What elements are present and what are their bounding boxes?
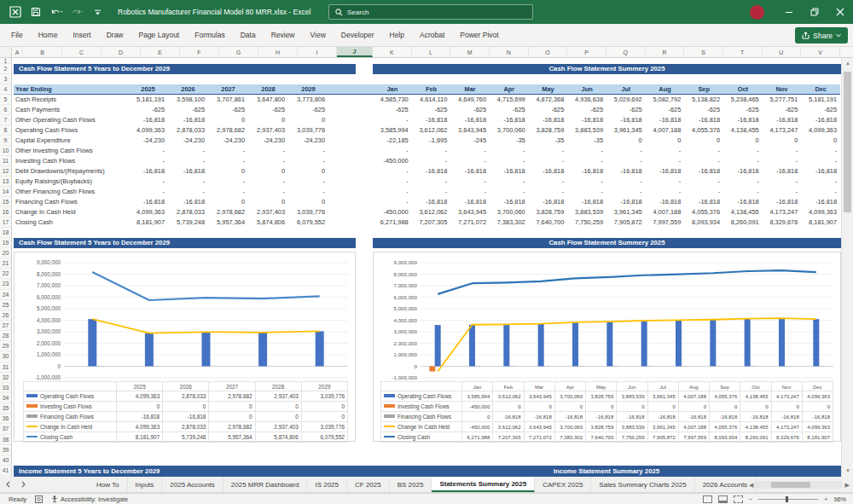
month-column-header[interactable]: Jan xyxy=(373,84,412,94)
ribbon-tab-acrobat[interactable]: Acrobat xyxy=(412,24,452,46)
row-header-35[interactable]: 35 xyxy=(0,403,11,414)
month-column-header[interactable]: Oct xyxy=(723,84,763,94)
month-cell[interactable]: 4,138,455 xyxy=(723,125,763,136)
ribbon-tab-data[interactable]: Data xyxy=(233,24,264,46)
month-cell[interactable]: 0 xyxy=(723,136,763,146)
month-cell[interactable]: -16,818 xyxy=(646,115,685,125)
macro-record-icon[interactable] xyxy=(35,495,43,503)
row-header-21[interactable]: 21 xyxy=(0,258,11,269)
column-header-L[interactable]: L xyxy=(412,47,451,57)
year-cell[interactable]: -16,818 xyxy=(168,166,208,177)
month-cell[interactable]: - xyxy=(490,156,529,166)
year-cell[interactable]: -625 xyxy=(248,105,288,115)
month-cell[interactable]: - xyxy=(684,177,723,187)
excel-app-icon[interactable] xyxy=(7,3,24,20)
month-cell[interactable]: - xyxy=(567,156,606,166)
month-column-header[interactable]: Aug xyxy=(646,84,685,94)
month-cell[interactable]: -16,818 xyxy=(412,197,451,207)
month-column-header[interactable]: Apr xyxy=(490,84,529,94)
row-header-26[interactable]: 26 xyxy=(0,310,11,321)
month-cell[interactable]: 3,961,345 xyxy=(606,125,646,136)
scroll-up-icon[interactable]: ▲ xyxy=(842,58,853,69)
row-label[interactable]: Other Investing Cash Flows xyxy=(14,146,128,156)
month-cell[interactable]: -35 xyxy=(567,136,606,146)
ribbon-tab-page-layout[interactable]: Page Layout xyxy=(131,24,188,46)
column-header-P[interactable]: P xyxy=(567,47,606,57)
ribbon-tab-formulas[interactable]: Formulas xyxy=(187,24,232,46)
month-cell[interactable]: -625 xyxy=(490,105,529,115)
month-cell[interactable]: - xyxy=(646,187,685,197)
month-cell[interactable]: -625 xyxy=(567,105,606,115)
year-cell[interactable]: - xyxy=(168,177,208,187)
year-cell[interactable]: 0 xyxy=(208,197,248,207)
column-header-N[interactable]: N xyxy=(490,47,529,57)
vertical-scrollbar[interactable]: ▲ ▼ xyxy=(841,58,853,477)
prev-sheet-icon[interactable] xyxy=(0,477,15,492)
month-cell[interactable]: - xyxy=(450,187,490,197)
zoom-in-icon[interactable]: + xyxy=(824,495,827,503)
year-cell[interactable]: -16,818 xyxy=(128,197,168,207)
year-cell[interactable]: -16,818 xyxy=(168,197,208,207)
month-cell[interactable]: 4,055,376 xyxy=(684,125,723,136)
month-cell[interactable]: -16,818 xyxy=(763,166,802,177)
year-column-header[interactable]: 2029 xyxy=(288,84,328,94)
vertical-scroll-thumb[interactable] xyxy=(844,72,851,212)
month-cell[interactable]: -16,818 xyxy=(801,166,840,177)
ribbon-tab-draw[interactable]: Draw xyxy=(99,24,131,46)
month-cell[interactable]: - xyxy=(450,177,490,187)
row-header-10[interactable]: 10 xyxy=(0,146,11,156)
month-cell[interactable]: -16,818 xyxy=(412,115,451,125)
section-bar-chart-summary[interactable]: Cash Flow Statement Summery 2025 xyxy=(373,238,841,248)
year-cell[interactable]: - xyxy=(168,187,208,197)
month-cell[interactable]: - xyxy=(373,187,412,197)
month-column-header[interactable]: Sep xyxy=(684,84,723,94)
row-header-4[interactable]: 4 xyxy=(0,84,11,95)
month-cell[interactable]: - xyxy=(646,156,685,166)
row-label[interactable]: Other Financing Cash Flows xyxy=(14,187,128,197)
month-cell[interactable]: - xyxy=(763,187,802,197)
month-cell[interactable]: -16,818 xyxy=(490,166,529,177)
row-header-16[interactable]: 16 xyxy=(0,207,11,217)
row-label[interactable]: Financing Cash Flows xyxy=(14,197,128,207)
year-cell[interactable]: - xyxy=(288,156,328,166)
row-header-3[interactable]: 3 xyxy=(0,74,11,84)
month-cell[interactable]: - xyxy=(567,177,606,187)
year-cell[interactable]: 0 xyxy=(288,115,328,125)
year-cell[interactable]: - xyxy=(128,187,168,197)
month-cell[interactable]: 3,700,060 xyxy=(490,207,529,217)
month-cell[interactable]: -16,818 xyxy=(723,166,763,177)
month-cell[interactable]: 7,640,700 xyxy=(529,217,568,228)
row-label[interactable]: Other Operating Cash Flows xyxy=(14,115,128,125)
month-cell[interactable]: - xyxy=(723,156,763,166)
column-header-J[interactable]: J xyxy=(337,47,373,57)
month-cell[interactable]: 7,207,305 xyxy=(412,217,451,228)
month-cell[interactable]: 3,612,062 xyxy=(412,207,451,217)
month-column-header[interactable]: Mar xyxy=(450,84,490,94)
month-cell[interactable]: - xyxy=(412,146,451,156)
ribbon-tab-help[interactable]: Help xyxy=(382,24,412,46)
month-cell[interactable]: -16,818 xyxy=(567,166,606,177)
row-header-17[interactable]: 17 xyxy=(0,217,11,228)
month-cell[interactable]: 4,173,247 xyxy=(763,125,802,136)
month-cell[interactable]: - xyxy=(529,156,568,166)
column-header-V[interactable]: V xyxy=(801,47,840,57)
month-cell[interactable]: - xyxy=(606,177,646,187)
year-cell[interactable]: - xyxy=(128,156,168,166)
zoom-level[interactable]: 96% xyxy=(833,495,846,503)
month-cell[interactable]: -16,818 xyxy=(646,197,685,207)
row-header-41[interactable]: 41 xyxy=(0,466,11,476)
year-cell[interactable]: 0 xyxy=(288,166,328,177)
ribbon-tab-power-pivot[interactable]: Power Pivot xyxy=(452,24,506,46)
month-cell[interactable]: -625 xyxy=(646,105,685,115)
month-cell[interactable]: -16,818 xyxy=(529,166,568,177)
row-header-24[interactable]: 24 xyxy=(0,290,11,300)
month-cell[interactable]: 5,181,191 xyxy=(801,95,840,105)
column-header-E[interactable]: E xyxy=(141,47,180,57)
year-column-header[interactable]: 2028 xyxy=(248,84,288,94)
month-cell[interactable]: 4,936,638 xyxy=(567,95,606,105)
column-header-S[interactable]: S xyxy=(684,47,723,57)
month-cell[interactable]: - xyxy=(373,146,412,156)
month-cell[interactable]: 4,614,110 xyxy=(412,95,451,105)
month-cell[interactable]: - xyxy=(529,187,568,197)
row-header-2[interactable]: 2 xyxy=(0,64,11,74)
